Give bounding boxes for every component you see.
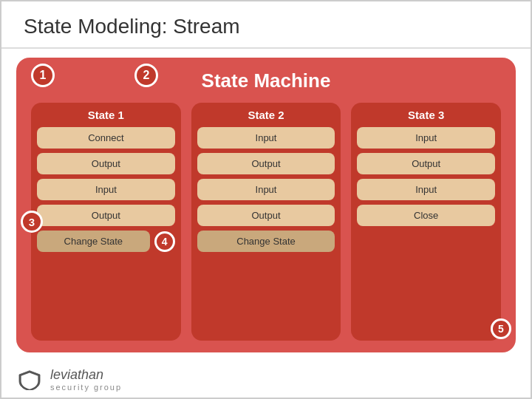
slide-title: State Modeling: Stream xyxy=(24,15,508,38)
logo-sub: security group xyxy=(50,383,122,392)
badge-4: 4 xyxy=(154,231,175,252)
slide: State Modeling: Stream 1 2 State Machine… xyxy=(0,0,532,399)
state-3-row-2: Output xyxy=(357,153,495,174)
state-1-row-2: Output xyxy=(37,153,175,174)
state-1-label: State 1 xyxy=(37,109,175,121)
slide-body: 1 2 State Machine 3 State 1 Connect Outp… xyxy=(16,58,516,352)
state-1-row-4: Output xyxy=(37,205,175,226)
state-col-3: State 3 Input Output Input Close 5 xyxy=(351,103,501,341)
state-2-row-4: Output xyxy=(197,205,335,226)
columns-row: 3 State 1 Connect Output Input Output Ch… xyxy=(31,103,501,341)
logo-area: leviathan security group xyxy=(50,367,122,392)
badge-5: 5 xyxy=(491,318,511,339)
state-3-row-1: Input xyxy=(357,127,495,149)
state-2-change-state[interactable]: Change State xyxy=(197,231,335,252)
sm-title: State Machine xyxy=(202,69,331,92)
state-col-2: State 2 Input Output Input Output Change… xyxy=(191,103,341,341)
state-2-row-1: Input xyxy=(197,127,335,149)
state-1-row-1: Connect xyxy=(37,127,175,149)
state-1-change-state[interactable]: Change State xyxy=(37,231,150,252)
state-3-label: State 3 xyxy=(357,109,495,121)
state-2-row-3: Input xyxy=(197,179,335,200)
state-col-1: 3 State 1 Connect Output Input Output Ch… xyxy=(31,103,181,341)
badge-1: 1 xyxy=(31,64,55,87)
state-2-row-2: Output xyxy=(197,153,335,174)
slide-header: State Modeling: Stream xyxy=(1,1,531,49)
sm-title-row: 1 2 State Machine xyxy=(31,69,501,92)
state-3-row-4: Close xyxy=(357,205,495,226)
slide-footer: leviathan security group xyxy=(1,361,531,398)
badge-2: 2 xyxy=(134,64,158,87)
badge-3: 3 xyxy=(21,211,43,233)
state-1-row-3: Input xyxy=(37,179,175,200)
state-1-change-state-wrapper: Change State 4 xyxy=(37,231,175,252)
logo-name: leviathan xyxy=(50,367,122,383)
state-3-row-3: Input xyxy=(357,179,495,200)
logo-shield-icon xyxy=(16,369,43,390)
state-2-label: State 2 xyxy=(197,109,335,121)
